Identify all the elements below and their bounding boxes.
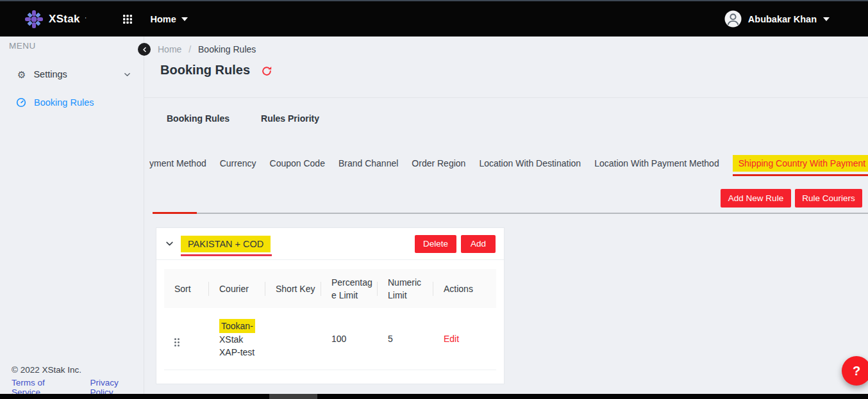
page-title: Booking Rules — [160, 63, 250, 77]
rule-couriers-button[interactable]: Rule Couriers — [795, 189, 862, 208]
tab-brand-channel[interactable]: Brand Channel — [338, 158, 398, 168]
breadcrumb-home[interactable]: Home — [158, 44, 181, 54]
couriers-table: Sort Courier Short Key Percentage Limit … — [164, 269, 496, 370]
tab-location-with-payment-method[interactable]: Location With Payment Method — [594, 158, 719, 168]
column-header-percentage-limit: Percentage Limit — [321, 276, 378, 302]
tab-shipping-country-with-payment-method[interactable]: Shipping Country With Payment Method — [733, 155, 868, 172]
courier-cell: Tookan- XStak XAP-test — [209, 319, 265, 359]
dashboard-icon — [16, 97, 26, 108]
sidebar-item-settings[interactable]: ⚙ Settings — [0, 65, 144, 84]
tab-order-region[interactable]: Order Region — [412, 158, 465, 168]
column-header-sort: Sort — [164, 282, 209, 295]
home-menu-label: Home — [150, 14, 176, 24]
user-name: Abubakar Khan — [748, 14, 817, 24]
brand-name: XStak — [49, 13, 80, 26]
column-header-numeric-limit: NumericLimit — [378, 276, 433, 302]
primary-tabs: Booking Rules Rules Priority — [167, 113, 319, 124]
tabs-bottom-border — [197, 213, 868, 214]
tab-currency[interactable]: Currency — [220, 158, 256, 168]
add-courier-button[interactable]: Add — [461, 235, 496, 253]
breadcrumb-separator: / — [188, 44, 191, 54]
rule-type-tabs: yment Method Currency Coupon Code Brand … — [149, 151, 868, 176]
rule-panel-header: PAKISTAN + COD Delete Add — [156, 228, 504, 260]
column-header-short-key: Short Key — [265, 282, 321, 295]
column-header-courier: Courier — [209, 282, 265, 295]
sidebar-item-label: Settings — [33, 69, 67, 79]
home-menu[interactable]: Home — [150, 14, 187, 24]
top-navbar: XStak ' Home Abubakar Khan — [0, 0, 868, 37]
rule-name-underline — [181, 254, 272, 256]
rule-name[interactable]: PAKISTAN + COD — [181, 236, 271, 252]
user-menu[interactable]: Abubakar Khan — [724, 10, 830, 28]
refresh-icon[interactable] — [261, 65, 272, 77]
app-launcher-icon[interactable] — [123, 15, 132, 24]
tab-booking-rules[interactable]: Booking Rules — [167, 113, 230, 124]
column-header-actions: Actions — [433, 282, 497, 295]
tab-rules-priority[interactable]: Rules Priority — [261, 113, 319, 124]
sidebar: MENU ⚙ Settings Booking Rules © 2022 XSt… — [0, 37, 144, 399]
chevron-left-icon — [142, 47, 147, 53]
numeric-limit-cell: 5 — [378, 334, 433, 344]
sort-cell — [164, 332, 209, 346]
active-tab-indicator — [153, 212, 197, 214]
table-row: Tookan- XStak XAP-test 100 5 Edit — [164, 308, 496, 370]
rule-panel: PAKISTAN + COD Delete Add Sort Courier S… — [156, 227, 505, 384]
delete-rule-button[interactable]: Delete — [415, 235, 456, 253]
help-button[interactable]: ? — [842, 356, 868, 386]
copyright-text: © 2022 XStak Inc. — [12, 365, 81, 375]
collapse-chevron-down-icon[interactable] — [165, 240, 174, 248]
avatar — [724, 10, 742, 28]
percentage-limit-cell: 100 — [321, 334, 378, 344]
table-header-row: Sort Courier Short Key Percentage Limit … — [164, 269, 496, 308]
tab-location-with-destination[interactable]: Location With Destination — [479, 158, 581, 168]
divider — [144, 97, 868, 98]
chevron-down-icon — [181, 17, 188, 21]
scrollbar-thumb[interactable] — [269, 394, 317, 399]
brand[interactable]: XStak ' — [24, 10, 86, 29]
tab-payment-method[interactable]: yment Method — [149, 158, 206, 168]
drag-handle-icon[interactable] — [174, 338, 179, 346]
chevron-down-icon — [823, 17, 830, 21]
breadcrumb: Home / Booking Rules — [158, 44, 256, 54]
brand-trademark: ' — [85, 16, 87, 22]
sidebar-collapse-button[interactable] — [138, 43, 151, 56]
add-new-rule-button[interactable]: Add New Rule — [721, 189, 791, 208]
tab-coupon-code[interactable]: Coupon Code — [270, 158, 325, 168]
xstak-logo-icon — [24, 10, 44, 29]
sidebar-menu-heading: MENU — [9, 41, 36, 51]
chevron-down-icon — [124, 71, 131, 78]
horizontal-scrollbar[interactable] — [0, 394, 868, 399]
main-content: Home / Booking Rules Booking Rules Booki… — [144, 37, 868, 399]
gear-icon: ⚙ — [17, 70, 26, 79]
breadcrumb-current: Booking Rules — [198, 44, 256, 54]
edit-link[interactable]: Edit — [444, 334, 459, 344]
sidebar-item-label: Booking Rules — [34, 97, 94, 108]
sidebar-item-booking-rules[interactable]: Booking Rules — [0, 93, 144, 112]
